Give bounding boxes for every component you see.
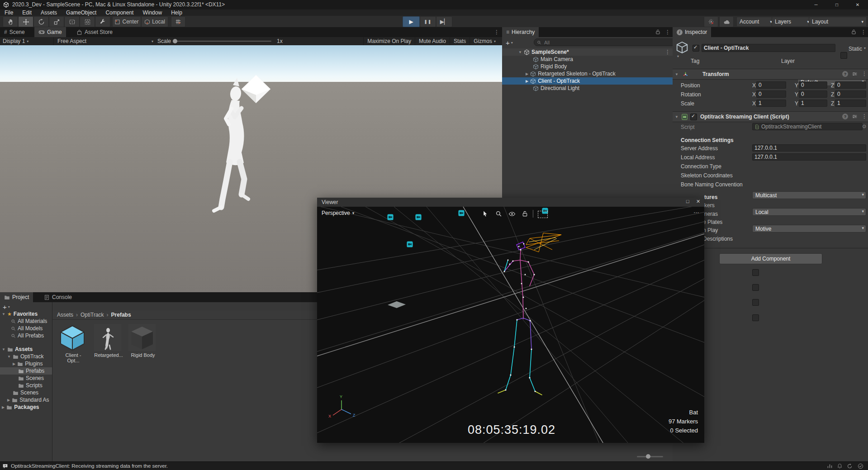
viewer-more-icon[interactable]: [693, 209, 699, 216]
tree-optitrack[interactable]: OptiTrack: [0, 353, 52, 360]
component-menu-icon[interactable]: [862, 71, 867, 77]
rotation-y-field[interactable]: [799, 90, 827, 98]
connection-type-dropdown[interactable]: Multicast: [752, 191, 866, 199]
help-icon[interactable]: ?: [842, 114, 848, 119]
tree-prefabs-selected[interactable]: Prefabs: [0, 367, 52, 375]
favorite-all-prefabs[interactable]: All Prefabs: [0, 332, 52, 339]
scene-menu-icon[interactable]: [665, 49, 670, 55]
tree-assets[interactable]: Assets: [0, 346, 52, 353]
layout-dropdown[interactable]: Layout: [809, 17, 867, 27]
menu-window[interactable]: Window: [138, 9, 166, 16]
hierarchy-item-retargeted-skeleton[interactable]: Retargeted Skeleton - OptiTrack: [502, 70, 673, 77]
notifications-bell-icon[interactable]: [837, 463, 843, 469]
tree-standard-assets[interactable]: Standard As: [0, 396, 52, 404]
position-z-field[interactable]: [835, 81, 866, 89]
scene-row[interactable]: SampleScene*: [502, 48, 673, 56]
project-create-button[interactable]: [3, 303, 10, 311]
hierarchy-item-client-optitrack[interactable]: Client - OptiTrack: [502, 77, 673, 85]
foldout-open-icon[interactable]: [518, 50, 522, 54]
tree-scripts[interactable]: Scripts: [0, 382, 52, 389]
layers-dropdown[interactable]: Layers: [772, 17, 812, 27]
viewer-close-icon[interactable]: [696, 199, 700, 204]
lock-icon[interactable]: [655, 29, 661, 35]
favorite-all-models[interactable]: All Models: [0, 325, 52, 332]
tab-hierarchy[interactable]: Hierarchy: [502, 27, 539, 37]
asset-client-optitrack[interactable]: Client - Opt...: [59, 324, 88, 363]
maximize-on-play-toggle[interactable]: Maximize On Play: [363, 37, 415, 45]
display-dropdown[interactable]: Display 1: [3, 37, 28, 45]
active-checkbox[interactable]: [693, 45, 699, 52]
custom-tool-button[interactable]: [95, 16, 110, 27]
step-button[interactable]: [436, 16, 452, 27]
position-y-field[interactable]: [799, 81, 827, 89]
occluded-checkbox[interactable]: [752, 284, 759, 291]
thumbnail-zoom-slider-handle[interactable]: [646, 454, 650, 459]
pivot-toggle-button[interactable]: Center: [112, 16, 141, 27]
occluded-checkbox[interactable]: [752, 314, 759, 321]
inspector-menu-icon[interactable]: [861, 29, 866, 35]
foldout-closed-icon[interactable]: [526, 79, 528, 83]
eye-icon[interactable]: [508, 210, 516, 218]
add-component-button[interactable]: Add Component: [719, 253, 822, 264]
hierarchy-menu-icon[interactable]: [665, 29, 670, 35]
menu-file[interactable]: File: [0, 9, 18, 16]
help-icon[interactable]: ?: [842, 71, 848, 77]
asset-rigid-body[interactable]: Rigid Body: [128, 324, 157, 358]
window-titlebar[interactable]: 2020.3_Dev - SampleScene - PC, Mac & Lin…: [0, 0, 868, 9]
occluded-checkbox[interactable]: [752, 299, 759, 306]
tab-asset-store[interactable]: Asset Store: [72, 27, 117, 37]
tab-console[interactable]: Console: [40, 292, 76, 302]
tab-inspector[interactable]: i Inspector: [673, 27, 711, 37]
favorite-all-materials[interactable]: All Materials: [0, 318, 52, 325]
scale-slider-handle[interactable]: [173, 39, 177, 43]
position-x-field[interactable]: [756, 81, 786, 89]
move-tool-button[interactable]: [18, 16, 33, 27]
scale-tool-button[interactable]: [49, 16, 64, 27]
lock-icon[interactable]: [851, 29, 857, 35]
game-panel-menu-icon[interactable]: [494, 29, 499, 35]
gizmos-dropdown[interactable]: Gizmos: [470, 37, 499, 45]
scale-slider-track[interactable]: [174, 41, 271, 42]
pause-button[interactable]: [420, 16, 436, 27]
foldout-open-icon[interactable]: [675, 72, 678, 76]
local-address-field[interactable]: [752, 153, 866, 161]
hierarchy-item-directional-light[interactable]: Directional Light: [502, 85, 673, 92]
server-address-field[interactable]: [752, 144, 866, 152]
object-picker-icon[interactable]: [862, 123, 866, 129]
maximize-button[interactable]: [826, 0, 847, 9]
tab-scene[interactable]: Scene: [0, 27, 29, 37]
aspect-dropdown[interactable]: Free Aspect: [53, 37, 153, 45]
favorites-row[interactable]: Favorites: [0, 310, 52, 318]
transform-tool-button[interactable]: [80, 16, 95, 27]
tree-scenes-inner[interactable]: Scenes: [0, 375, 52, 382]
hierarchy-item-rigid-body[interactable]: Rigid Body: [502, 63, 673, 70]
tab-game[interactable]: Game: [34, 27, 66, 37]
script-reference-field[interactable]: OptitrackStreamingClient: [752, 123, 863, 130]
status-message[interactable]: OptitrackStreamingClient: Receiving stre…: [11, 462, 168, 470]
play-button[interactable]: [403, 16, 420, 27]
tree-plugins[interactable]: Plugins: [0, 360, 52, 367]
presets-icon[interactable]: [852, 114, 858, 119]
rotate-tool-button[interactable]: [33, 16, 49, 27]
breadcrumb-optitrack[interactable]: OptiTrack: [81, 312, 104, 318]
object-name-field[interactable]: [702, 44, 835, 52]
presets-icon[interactable]: [852, 71, 858, 77]
status-bar[interactable]: OptitrackStreamingClient: Receiving stre…: [0, 461, 868, 470]
minimize-button[interactable]: [806, 0, 826, 9]
menu-component[interactable]: Component: [101, 9, 138, 16]
menu-edit[interactable]: Edit: [18, 9, 36, 16]
menu-help[interactable]: Help: [166, 9, 187, 16]
viewer-viewport[interactable]: Y X Z Perspective 08:05:35:19.02 Bat 97 …: [317, 207, 704, 443]
component-menu-icon[interactable]: [862, 113, 867, 119]
account-dropdown[interactable]: Account: [736, 17, 775, 27]
mute-audio-toggle[interactable]: Mute Audio: [415, 37, 450, 45]
grid-snap-button[interactable]: [171, 16, 185, 27]
zoom-magnifier-icon[interactable]: [495, 210, 502, 217]
script-enabled-checkbox[interactable]: [690, 114, 697, 120]
rotation-z-field[interactable]: [835, 90, 866, 98]
breadcrumb-assets[interactable]: Assets: [57, 312, 73, 318]
stats-toggle[interactable]: Stats: [450, 37, 470, 45]
breadcrumb-prefabs[interactable]: Prefabs: [111, 312, 131, 318]
code-check-icon[interactable]: [858, 463, 863, 469]
bone-naming-dropdown[interactable]: Motive: [752, 225, 866, 233]
